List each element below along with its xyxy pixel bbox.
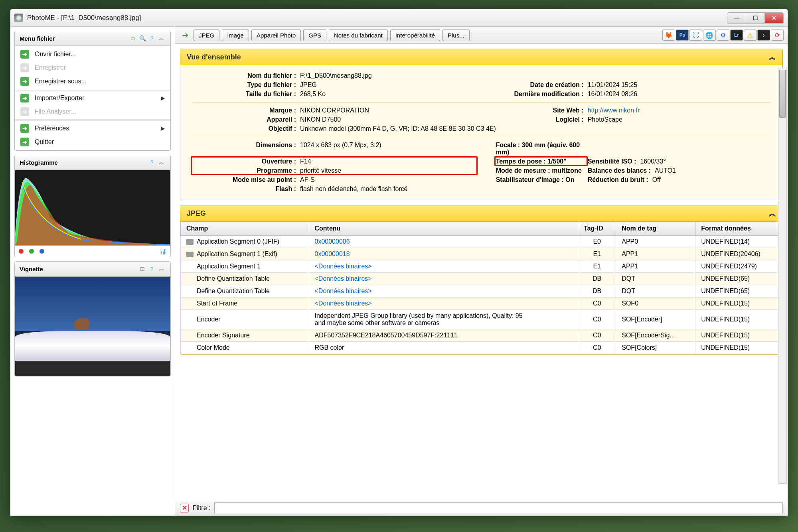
table-row[interactable]: Application Segment 1<Données binaires>E… [181, 260, 782, 273]
table-row[interactable]: Color ModeRGB colorC0SOF[Colors]UNDEFINE… [181, 342, 782, 354]
minimize-button[interactable]: — [727, 12, 746, 24]
collapse-icon[interactable]: ︽ [769, 52, 776, 62]
value-camera: NIKON D7500 [300, 116, 476, 123]
maximize-button[interactable]: ☐ [746, 12, 765, 24]
tab-image[interactable]: Image [222, 30, 249, 41]
menu-item-quitter[interactable]: ➜Quitter [15, 135, 170, 149]
menu-item-enregistrer-sous-[interactable]: ➜Enregistrer sous... [15, 75, 170, 88]
label-filesize: Taille du fichier : [192, 91, 296, 98]
label-flash: Flash : [192, 185, 296, 193]
crop-icon[interactable]: ⊡ [138, 265, 146, 273]
segment-icon [186, 252, 194, 257]
refresh-icon[interactable]: ⟳ [771, 30, 784, 41]
value-exposure: 1/500" [547, 158, 567, 165]
value-nr: Off [652, 176, 661, 183]
filter-input[interactable] [214, 502, 783, 513]
menu-item-ouvrir-fichier-[interactable]: ➜Ouvrir fichier... [15, 47, 170, 61]
help-icon[interactable]: ? [148, 158, 156, 166]
value-filesize: 268,5 Ko [300, 91, 476, 98]
value-lens: Unknown model (300mm F4 D, G, VR; ID: A8… [300, 125, 770, 132]
jpeg-section: JPEG ︽ ChampContenuTag-IDNom de tagForma… [180, 205, 783, 355]
value-stab: On [565, 176, 574, 183]
screen-icon[interactable]: ⛶ [689, 30, 702, 41]
content-area: ➔ JPEGImageAppareil PhotoGPSNotes du fab… [175, 27, 788, 516]
tab-appareil-photo[interactable]: Appareil Photo [251, 30, 301, 41]
clear-filter-button[interactable]: ✕ [180, 504, 189, 512]
nav-arrow-icon[interactable]: ➔ [179, 29, 191, 41]
table-row[interactable]: EncoderIndependent JPEG Group library (u… [181, 310, 782, 329]
column-header[interactable]: Champ [181, 222, 309, 236]
value-filename: F:\1_D500\mesang88.jpg [300, 72, 770, 79]
photoshop-icon[interactable]: Ps [676, 30, 689, 41]
green-channel-icon[interactable] [29, 249, 34, 254]
jpeg-title: JPEG [187, 209, 206, 218]
histogram-chart [15, 170, 170, 246]
tab-interop-rabilit-[interactable]: Interopérabilité [390, 30, 440, 41]
warning-icon[interactable]: ⚠ [744, 30, 757, 41]
label-filetype: Type du fichier : [192, 81, 296, 89]
lightroom-icon[interactable]: Lr [730, 30, 743, 41]
file-menu-panel: Menu fichier ⧉ 🔍 ? ︽ ➜Ouvrir fichier...➜… [14, 31, 171, 151]
label-stab: Stabilisateur d'image : [496, 176, 564, 183]
value-modified: 16/01/2024 08:26 [588, 91, 770, 98]
value-flash: flash non déclenché, mode flash forcé [300, 185, 770, 193]
search-icon[interactable]: 🔍 [138, 34, 146, 42]
table-row[interactable]: Application Segment 0 (JFIF)0x00000006E0… [181, 236, 782, 248]
help-icon[interactable]: ? [148, 265, 156, 273]
column-header[interactable]: Contenu [309, 222, 578, 236]
vertical-scrollbar[interactable] [778, 68, 787, 484]
website-link[interactable]: http://www.nikon.fr [588, 107, 640, 114]
label-aperture: Ouverture : [192, 158, 296, 165]
arrow-icon: ➜ [20, 77, 29, 86]
titlebar[interactable]: PhotoME - [F:\1_D500\mesang88.jpg] — ☐ ✕ [10, 9, 788, 27]
collapse-icon[interactable]: ︽ [158, 34, 166, 42]
close-button[interactable]: ✕ [764, 12, 784, 24]
label-modified: Dernière modification : [480, 91, 584, 98]
filter-bar: ✕ Filtre : [175, 500, 788, 516]
chevron-right-icon: ▶ [161, 126, 165, 131]
collapse-icon[interactable]: ︽ [158, 158, 166, 166]
value-aperture: F14 [300, 158, 476, 165]
jpeg-table: ChampContenuTag-IDNom de tagFormat donné… [180, 221, 782, 354]
sidebar: Menu fichier ⧉ 🔍 ? ︽ ➜Ouvrir fichier...➜… [10, 27, 175, 516]
menu-item-pr-f-rences[interactable]: ➜Préférences▶ [15, 122, 170, 135]
thumbnail-title: Vignette [20, 266, 43, 272]
arrow-icon: ➜ [20, 50, 29, 59]
terminal-icon[interactable]: › [757, 30, 770, 41]
collapse-icon[interactable]: ︽ [769, 209, 776, 218]
table-row[interactable]: Start of Frame<Données binaires>C0SOF0UN… [181, 298, 782, 310]
column-header[interactable]: Format données [695, 222, 782, 236]
histogram-title: Histogramme [20, 159, 58, 166]
menu-item-enregistrer: ➜Enregistrer [15, 61, 170, 75]
value-dimensions: 1024 x 683 px (0.7 Mpx, 3:2) [300, 142, 476, 149]
label-program: Programme : [192, 167, 296, 174]
table-row[interactable]: Application Segment 1 (Exif)0x00000018E1… [181, 248, 782, 260]
column-header[interactable]: Nom de tag [616, 222, 695, 236]
label-software: Logiciel : [480, 116, 584, 123]
collapse-icon[interactable]: ︽ [158, 265, 166, 273]
value-filetype: JPEG [300, 81, 476, 89]
overview-section: Vue d'ensemble ︽ Nom du fichier : F:\1_D… [180, 49, 783, 200]
firefox-icon[interactable]: 🦊 [662, 30, 675, 41]
help-icon[interactable]: ? [148, 34, 156, 42]
label-nr: Réduction du bruit : [588, 176, 648, 183]
arrow-icon: ➜ [20, 63, 29, 72]
menu-item-importer-exporter[interactable]: ➜Importer/Exporter▶ [15, 91, 170, 105]
copy-icon[interactable]: ⧉ [129, 34, 137, 42]
tab-plus-[interactable]: Plus... [442, 30, 470, 41]
table-row[interactable]: Define Quantization Table<Données binair… [181, 285, 782, 298]
tab-jpeg[interactable]: JPEG [194, 30, 219, 41]
value-afmode: AF-S [300, 176, 476, 183]
tab-notes-du-fabricant[interactable]: Notes du fabricant [329, 30, 388, 41]
column-header[interactable]: Tag-ID [578, 222, 616, 236]
globe-icon[interactable]: 🌐 [703, 30, 716, 41]
gears-icon[interactable]: ⚙ [717, 30, 729, 41]
table-row[interactable]: Define Quantization Table<Données binair… [181, 273, 782, 285]
blue-channel-icon[interactable] [40, 249, 44, 254]
overview-title: Vue d'ensemble [187, 53, 241, 61]
chart-icon[interactable]: 📊 [160, 248, 166, 254]
chevron-right-icon: ▶ [161, 95, 165, 101]
red-channel-icon[interactable] [19, 249, 24, 254]
table-row[interactable]: Encoder SignatureADF507352F9CE218A460570… [181, 329, 782, 342]
tab-gps[interactable]: GPS [303, 30, 326, 41]
